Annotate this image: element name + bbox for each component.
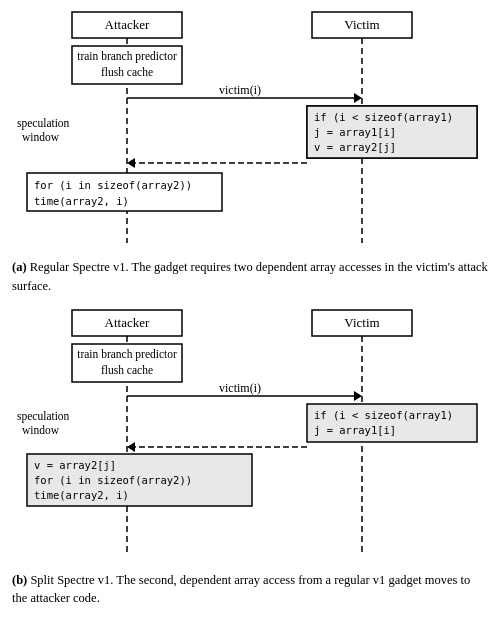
diagram-b-svg: Attacker Victim train branch predictor f… bbox=[12, 306, 482, 561]
diagram-a-svg: Attacker Victim train branch predictor f… bbox=[12, 8, 482, 248]
victim-code-line1-b: if (i < sizeof(array1) bbox=[314, 409, 453, 421]
svg-marker-6 bbox=[354, 93, 362, 103]
caption-a: (a) Regular Spectre v1. The gadget requi… bbox=[12, 258, 488, 296]
spec-label-a-line2: window bbox=[22, 131, 60, 143]
spec-label-a-line1: speculation bbox=[17, 117, 70, 130]
spec-label-b-line2: window bbox=[22, 424, 60, 436]
attacker-code-line1-b: v = array2[j] bbox=[34, 459, 116, 471]
svg-marker-22 bbox=[127, 442, 135, 452]
victim-label-a: Victim bbox=[344, 17, 379, 32]
victim-label-b: Victim bbox=[344, 315, 379, 330]
diagram-b: Attacker Victim train branch predictor f… bbox=[12, 306, 488, 609]
caption-a-text: Regular Spectre v1. The gadget requires … bbox=[12, 260, 488, 293]
svg-marker-19 bbox=[354, 391, 362, 401]
attacker-flush-b: flush cache bbox=[101, 364, 153, 376]
attacker-loop-line1-a: for (i in sizeof(array2)) bbox=[34, 179, 192, 191]
attacker-code-line2-b: for (i in sizeof(array2)) bbox=[34, 474, 192, 486]
spec-label-b-line1: speculation bbox=[17, 410, 70, 423]
diagram-a: Attacker Victim train branch predictor f… bbox=[12, 8, 488, 296]
attacker-box-a: train branch predictor bbox=[77, 50, 177, 63]
attacker-label-a: Attacker bbox=[105, 17, 150, 32]
attacker-code-line3-b: time(array2, i) bbox=[34, 489, 129, 501]
svg-marker-11 bbox=[127, 158, 135, 168]
victim-code-line3-a: v = array2[j] bbox=[314, 141, 396, 153]
caption-b-text: Split Spectre v1. The second, dependent … bbox=[12, 573, 470, 606]
attacker-flush-a: flush cache bbox=[101, 66, 153, 78]
caption-a-label: (a) bbox=[12, 260, 27, 274]
attacker-box-b: train branch predictor bbox=[77, 348, 177, 361]
victim-arrow-label-a: victim(i) bbox=[219, 83, 261, 97]
caption-b-label: (b) bbox=[12, 573, 27, 587]
victim-code-line1-a: if (i < sizeof(array1) bbox=[314, 111, 453, 123]
victim-code-line2-b: j = array1[i] bbox=[314, 424, 396, 436]
main-container: Attacker Victim train branch predictor f… bbox=[0, 0, 500, 626]
attacker-loop-line2-a: time(array2, i) bbox=[34, 195, 129, 207]
victim-arrow-label-b: victim(i) bbox=[219, 381, 261, 395]
attacker-label-b: Attacker bbox=[105, 315, 150, 330]
victim-code-line2-a: j = array1[i] bbox=[314, 126, 396, 138]
caption-b: (b) Split Spectre v1. The second, depend… bbox=[12, 571, 488, 609]
